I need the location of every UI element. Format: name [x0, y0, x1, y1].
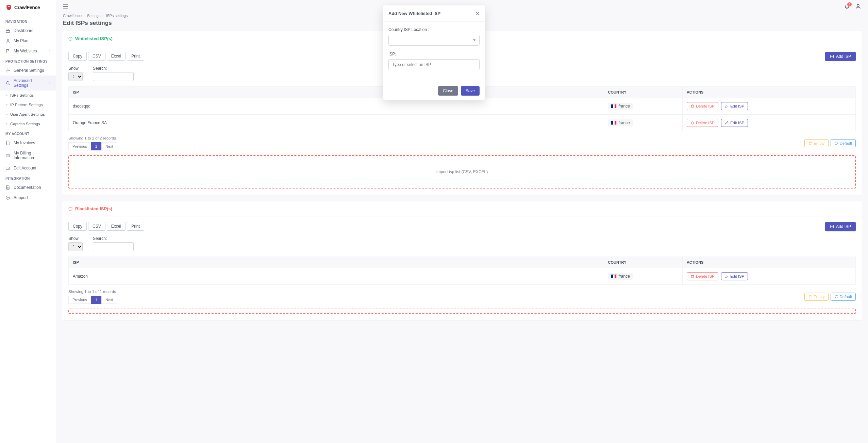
modal-title: Add New Whitelisted ISP: [388, 11, 440, 16]
modal-close-button[interactable]: Close: [438, 86, 458, 96]
isp-label: ISP:: [388, 52, 480, 56]
country-label: Country ISP Location :: [388, 27, 480, 32]
modal-save-button[interactable]: Save: [461, 86, 480, 96]
modal-overlay: Add New Whitelisted ISP ✕ Country ISP Lo…: [0, 0, 868, 443]
isp-input[interactable]: [388, 59, 480, 70]
country-select[interactable]: [388, 35, 480, 46]
add-isp-modal: Add New Whitelisted ISP ✕ Country ISP Lo…: [383, 5, 485, 100]
close-icon[interactable]: ✕: [475, 10, 480, 17]
